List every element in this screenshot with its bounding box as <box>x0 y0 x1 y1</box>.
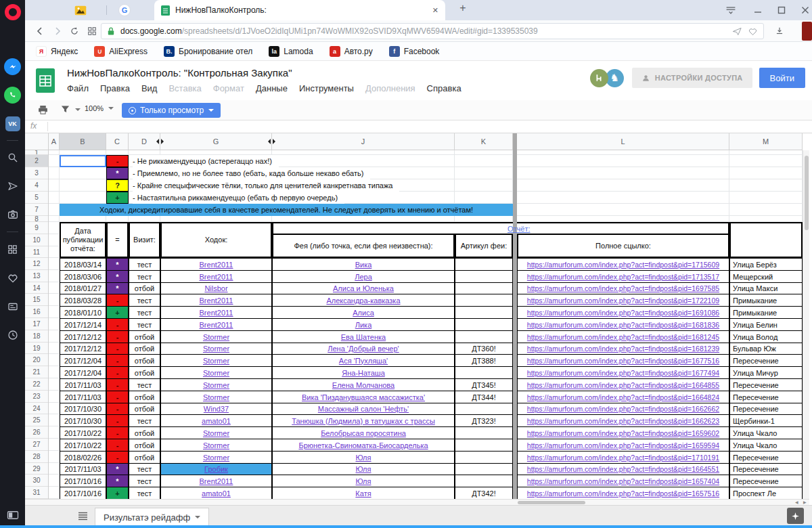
row-header-20[interactable]: 20 <box>25 354 48 366</box>
date-cell[interactable]: 2017/12/12 <box>60 330 106 343</box>
date-cell[interactable]: 2017/10/22 <box>60 426 106 439</box>
feya-cell[interactable]: Катя <box>272 487 455 500</box>
artikul-cell[interactable] <box>455 463 513 475</box>
anonymous-viewer-avatar[interactable] <box>590 69 608 87</box>
header-extra-cell[interactable] <box>729 222 803 258</box>
hodok-cell[interactable]: Гробик <box>160 463 272 475</box>
mark-cell[interactable]: - <box>106 294 129 307</box>
menu-Данные[interactable]: Данные <box>256 83 288 93</box>
url-cell[interactable]: https://amurforum.com/index.php?act=find… <box>517 403 729 415</box>
url-link[interactable]: https://amurforum.com/index.php?act=find… <box>527 477 719 485</box>
row-header-25[interactable]: 25 <box>25 414 48 426</box>
url-cell[interactable]: https://amurforum.com/index.php?act=find… <box>517 343 729 355</box>
feya-cell[interactable]: Юля <box>272 463 455 475</box>
legend-text[interactable]: - Настаятильна риккамендуеццо (ебать ф п… <box>133 192 344 204</box>
artikul-cell[interactable]: ДТ342! <box>455 487 513 500</box>
feya-cell[interactable]: Танюшка (Людмила) в татушках с трассы <box>272 414 455 427</box>
vertical-scrollbar[interactable] <box>803 150 809 499</box>
feya-cell[interactable]: Лена 'Добрый вечер' <box>272 343 455 355</box>
artikul-cell[interactable] <box>455 366 513 379</box>
bookmark-Яндекс[interactable]: ЯЯндекс <box>36 46 78 57</box>
date-cell[interactable]: 2017/10/16 <box>60 475 106 487</box>
expand-columns-icon[interactable] <box>161 139 166 144</box>
hodok-cell[interactable]: Nilsbor <box>160 282 272 294</box>
feya-cell[interactable]: Вика <box>272 258 455 271</box>
feya-cell[interactable]: Белобрысая поросятина <box>272 426 455 439</box>
horizontal-scrollbar-thumb[interactable] <box>518 501 585 504</box>
feya-link[interactable]: Лика <box>355 321 372 329</box>
visit-cell[interactable]: тест <box>129 294 160 307</box>
url-cell[interactable]: https://amurforum.com/index.php?act=find… <box>517 366 729 379</box>
row-header-31[interactable]: 31 <box>25 487 48 499</box>
feya-cell[interactable]: Юля <box>272 475 455 487</box>
hodok-link[interactable]: Brent2011 <box>200 309 233 317</box>
hodok-cell[interactable]: Stormer <box>160 366 272 379</box>
mark-cell[interactable]: * <box>106 475 129 487</box>
feya-link[interactable]: Танюшка (Людмила) в татушках с трассы <box>292 417 435 425</box>
report-link[interactable]: Отчёт: <box>508 225 531 234</box>
address-cell[interactable]: Бульвар Юж <box>729 343 803 355</box>
feya-link[interactable]: Юля <box>356 465 371 473</box>
share-send-icon[interactable] <box>732 27 742 36</box>
row-header-13[interactable]: 13 <box>25 270 48 282</box>
header-visit-cell[interactable]: Визит: <box>129 222 160 258</box>
google-icon[interactable]: G <box>118 4 131 16</box>
hodok-link[interactable]: Wind37 <box>204 405 229 413</box>
legend-chip[interactable]: + <box>106 192 129 204</box>
vk-icon[interactable]: VK <box>4 115 21 132</box>
feya-cell[interactable]: Елена Молчанова <box>272 378 455 391</box>
hodok-cell[interactable]: Brent2011 <box>160 475 272 487</box>
legend-text[interactable]: - Приемлемо, но не более таво (ебать, ка… <box>133 167 370 179</box>
back-icon[interactable] <box>33 25 47 37</box>
mark-cell[interactable]: - <box>106 439 129 452</box>
anonymous-viewer-avatar[interactable]: ♞ <box>606 69 624 87</box>
vertical-scrollbar-thumb[interactable] <box>805 156 809 230</box>
hodok-link[interactable]: Stormer <box>203 345 229 353</box>
address-bar[interactable]: docs.google.com /spreadsheets/d/1JVoeO2i… <box>101 23 764 39</box>
mark-cell[interactable]: - <box>106 318 129 331</box>
hodok-cell[interactable]: amato01 <box>160 487 272 500</box>
sheet-tab[interactable]: Ризультатэ рейдафф <box>95 508 209 526</box>
whatsapp-icon[interactable] <box>4 87 21 104</box>
legend-text[interactable]: - Не риккамендуеццо (астерегаццо нах!) <box>133 155 279 167</box>
mark-cell[interactable]: - <box>106 391 129 403</box>
menu-Правка[interactable]: Правка <box>100 83 130 93</box>
visit-cell[interactable]: отбой <box>129 391 160 403</box>
address-cell[interactable]: Пересечение <box>729 403 803 415</box>
hodok-link[interactable]: Stormer <box>203 357 229 365</box>
address-cell[interactable]: Примыкание <box>729 294 803 307</box>
visit-cell[interactable]: тест <box>129 306 160 319</box>
url-link[interactable]: https://amurforum.com/index.php?act=find… <box>527 273 719 281</box>
row-header-3[interactable]: 3 <box>25 167 48 179</box>
url-cell[interactable]: https://amurforum.com/index.php?act=find… <box>517 270 729 283</box>
feya-cell[interactable]: Яна-Наташа <box>272 366 455 379</box>
artikul-cell[interactable]: ДТ344! <box>455 391 513 403</box>
date-cell[interactable]: 2017/10/30 <box>60 403 106 415</box>
artikul-cell[interactable]: ДТ345! <box>455 378 513 391</box>
bookmark-Lamoda[interactable]: laLamoda <box>269 46 313 57</box>
row-header-21[interactable]: 21 <box>25 366 48 378</box>
reload-icon[interactable] <box>68 25 81 37</box>
visit-cell[interactable]: тест <box>129 475 160 487</box>
header-feya-cell[interactable]: Фея (либо точка, если фея неизвестна): <box>272 234 455 258</box>
collapse-columns-icon[interactable] <box>154 139 159 144</box>
url-link[interactable]: https://amurforum.com/index.php?act=find… <box>527 489 719 498</box>
address-cell[interactable]: Пересечение <box>729 451 803 464</box>
forward-icon[interactable] <box>51 25 64 37</box>
column-header-M[interactable]: M <box>729 133 803 150</box>
artikul-cell[interactable] <box>455 426 513 439</box>
hodok-cell[interactable]: Stormer <box>160 426 272 439</box>
row-header-28[interactable]: 28 <box>25 451 48 463</box>
url-cell[interactable]: https://amurforum.com/index.php?act=find… <box>517 258 729 271</box>
feya-link[interactable]: Катя <box>355 489 371 498</box>
all-sheets-icon[interactable] <box>78 511 88 523</box>
visit-cell[interactable]: тест <box>129 318 160 331</box>
feya-link[interactable]: Вика 'Пизданувшаяся массажистка' <box>302 393 425 401</box>
row-header-9[interactable]: 9 <box>25 222 48 234</box>
view-mode-button[interactable]: Только просмотр <box>122 103 221 118</box>
hodok-link[interactable]: amato01 <box>202 489 231 498</box>
url-link[interactable]: https://amurforum.com/index.php?act=find… <box>527 345 719 353</box>
visit-cell[interactable]: тест <box>129 270 160 283</box>
sidebar-toggle-icon[interactable] <box>4 506 21 523</box>
url-link[interactable]: https://amurforum.com/index.php?act=find… <box>527 296 719 305</box>
